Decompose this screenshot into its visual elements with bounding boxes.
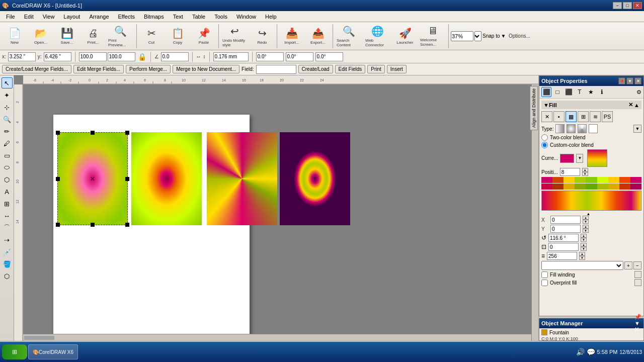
y-down-button[interactable]: ▼ [583,229,589,233]
handle-tl[interactable] [56,131,60,135]
edge-down-button[interactable]: ▼ [581,247,587,251]
launcher-button[interactable]: 🚀 Launcher [392,24,418,49]
swatch-6[interactable] [597,177,608,183]
insert-button[interactable]: Insert [387,65,407,73]
angle4-input[interactable] [315,52,343,61]
menu-window[interactable]: Window [232,13,260,21]
table-tool[interactable]: ⊞ [2,198,13,209]
pos-down-button[interactable]: ▼ [582,172,588,176]
panel-extra-icon[interactable]: ⚙ [636,89,641,96]
stroke-tab-icon[interactable]: □ [552,87,562,97]
connector-tool[interactable]: ⌒ [2,222,13,233]
obj-manager-close-button[interactable]: ✕ [634,326,641,333]
angle2-input[interactable] [256,52,284,61]
menu-effects[interactable]: Effects [114,13,139,21]
panel-menu-button[interactable]: ▼ [626,77,633,84]
x-coord-input[interactable] [550,216,581,224]
pattern-fill-button[interactable]: ⊞ [578,111,589,122]
menu-view[interactable]: View [39,13,59,21]
perform-merge-button[interactable]: Perform Merge... [126,65,171,73]
fill-tool[interactable]: 🪣 [2,258,13,269]
swatch-8[interactable] [619,177,630,183]
swatch-18[interactable] [630,184,641,190]
fill-winding-info-button[interactable] [634,271,641,278]
export-button[interactable]: 📤 Export... [305,24,331,49]
fill-more-icon[interactable]: ▲ [634,102,639,108]
texture-fill-button[interactable]: ≋ [590,111,601,122]
ellipse-tool[interactable]: ⬭ [2,162,13,173]
menu-table[interactable]: Table [188,13,209,21]
tray-icon-2[interactable]: 💬 [587,348,595,356]
custom-color-radio[interactable] [541,142,548,148]
type-more-icon[interactable]: ▼ [633,125,641,133]
close-button[interactable]: ✕ [633,2,642,9]
maximize-button[interactable]: □ [623,2,632,9]
create-load-button[interactable]: Create/Load [298,65,333,73]
type-conical-icon[interactable] [578,124,587,133]
mirror-h-icon[interactable]: ↔ [196,54,201,59]
angle-down-button[interactable]: ▼ [581,238,587,242]
preset-dropdown[interactable] [541,261,623,270]
menu-file[interactable]: File [2,13,19,21]
menu-tools[interactable]: Tools [210,13,231,21]
y-up-button[interactable]: ▲ [583,225,589,229]
obj-manager-item[interactable]: Fountain [539,328,643,336]
x-down-button[interactable]: ▼ [583,220,589,224]
shape-tool[interactable]: ✦ [2,89,13,101]
field-input[interactable] [256,65,296,74]
select-tool[interactable]: ↖ [2,77,13,88]
copy-button[interactable]: 📋 Copy [165,24,190,49]
remove-preset-button[interactable]: − [633,261,641,269]
dimension-tool[interactable]: ↔ [2,210,13,221]
type-radial-icon[interactable] [567,124,576,133]
zoom-input[interactable] [451,31,473,41]
menu-edit[interactable]: Edit [20,13,38,21]
x-input[interactable] [8,52,36,61]
smart-draw-tool[interactable]: 🖊 [2,138,13,149]
add-preset-button[interactable]: + [624,261,632,269]
curr-color-dropdown[interactable]: ▼ [576,154,583,163]
curr-color-swatch[interactable] [560,154,574,163]
crop-tool[interactable]: ⊹ [2,102,13,113]
print-preview-button[interactable]: 🔍 Print Preview... [107,24,134,49]
mirror-v-icon[interactable]: ↕ [203,54,206,59]
swatch-7[interactable] [608,177,619,183]
two-color-radio[interactable] [541,134,548,141]
edge-up-button[interactable]: ▲ [581,243,587,247]
overprint-info-button[interactable] [634,279,641,286]
gradient-rect-4[interactable] [280,132,350,225]
gradient-rect-1[interactable]: × [57,132,128,225]
web-connector-button[interactable]: 🌐 Web Connector [364,24,391,49]
angle-input-panel[interactable] [548,234,579,242]
handle-br[interactable] [125,223,129,227]
y-input[interactable] [44,52,71,61]
big-gradient-bar[interactable] [541,191,641,211]
minimize-button[interactable]: − [613,2,622,9]
solid-fill-button[interactable]: ▪ [553,111,565,122]
print-button[interactable]: Print [367,65,385,73]
angle-up-button[interactable]: ▲ [581,234,587,238]
steps-down-button[interactable]: ▼ [579,256,585,260]
horizontal-scrollbar[interactable] [23,334,531,341]
open-button[interactable]: 📂 Open... [28,24,53,49]
swatch-4[interactable] [575,177,586,183]
type-linear-icon[interactable] [555,124,565,133]
import-button[interactable]: 📥 Import... [279,24,304,49]
angle3-input[interactable] [286,52,313,61]
fill-header[interactable]: ▼ Fill ✕ ▲ [541,101,641,109]
overprint-fill-checkbox[interactable] [541,280,548,286]
swatch-3[interactable] [564,177,575,183]
swatch-1[interactable] [541,177,552,183]
edit-fields-button[interactable]: Edit Fields [335,65,366,73]
panel-close-button[interactable]: ✕ [634,77,641,84]
eyedropper-tool[interactable]: 💉 [2,246,13,257]
handle-tr[interactable] [125,131,129,135]
snap-dropdown-icon[interactable]: ▼ [501,33,506,39]
menu-layout[interactable]: Layout [59,13,84,21]
edge-input[interactable] [548,243,579,251]
handle-mr[interactable] [125,177,129,181]
new-button[interactable]: 📄 New [2,24,27,49]
tray-icon-1[interactable]: 🔊 [576,348,585,356]
handle-bl[interactable] [56,223,60,227]
swatch-10[interactable] [541,184,552,190]
